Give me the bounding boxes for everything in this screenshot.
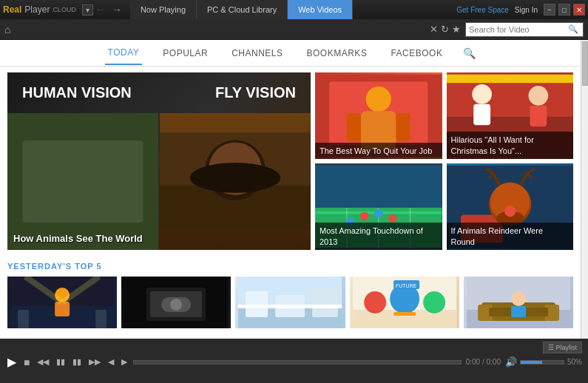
forward-arrow[interactable]: → <box>109 4 124 16</box>
svg-point-4 <box>18 148 56 186</box>
fast-fwd-button[interactable]: ▶ <box>120 357 129 367</box>
progress-bar[interactable] <box>133 360 461 365</box>
svg-rect-2 <box>22 163 67 231</box>
svg-point-5 <box>53 146 83 177</box>
svg-rect-3 <box>83 170 135 231</box>
nav-bookmarks[interactable]: BOOKMARKS <box>304 42 371 64</box>
svg-rect-15 <box>347 113 361 141</box>
featured-label: How Animals See The World <box>13 233 143 244</box>
featured-split <box>7 113 311 250</box>
stop-button[interactable]: ■ <box>22 356 31 368</box>
right-scrollbar[interactable] <box>581 40 588 339</box>
svg-point-19 <box>528 86 548 106</box>
svg-rect-20 <box>530 106 547 127</box>
svg-rect-63 <box>313 288 339 317</box>
logo-area: Real Player CLOUD <box>3 4 76 15</box>
split-right-image <box>160 113 311 250</box>
bookmark-icon[interactable]: ★ <box>452 24 461 35</box>
svg-point-30 <box>360 212 368 220</box>
svg-point-58 <box>170 299 182 311</box>
featured-video[interactable]: HUMAN VISION FLY VISION <box>7 72 311 250</box>
prev-button[interactable]: ◀◀ <box>36 357 50 367</box>
volume-bar[interactable] <box>520 360 564 365</box>
featured-top: HUMAN VISION FLY VISION <box>7 72 311 113</box>
home-icon[interactable]: ⌂ <box>4 24 10 35</box>
svg-rect-22 <box>473 104 490 126</box>
svg-point-31 <box>374 209 382 217</box>
volume-section: 🔊 50% <box>505 356 582 367</box>
svg-rect-16 <box>396 113 410 141</box>
scrollbar-thumb[interactable] <box>582 41 588 86</box>
tab-bar: Now Playing PC & Cloud Library Web Video… <box>130 0 450 19</box>
minimize-button[interactable]: − <box>544 4 555 16</box>
svg-rect-51 <box>95 310 107 328</box>
nav-popular[interactable]: POPULAR <box>160 42 211 64</box>
yday-thumb-5[interactable] <box>464 277 573 328</box>
svg-point-13 <box>366 87 391 112</box>
thumb-quit-job[interactable]: The Best Way To Quit Your Job <box>315 72 442 159</box>
time-display: 0:00 / 0:00 <box>466 358 501 366</box>
get-free-space-link[interactable]: Get Free Space <box>456 6 509 14</box>
content-area: TODAY POPULAR CHANNELS BOOKMARKS FACEBOO… <box>0 40 581 339</box>
play-button[interactable]: ▶ <box>6 355 18 369</box>
search-input[interactable] <box>469 25 565 34</box>
rewind-button[interactable]: ◀ <box>107 357 115 367</box>
sign-in-link[interactable]: Sign In <box>515 6 538 14</box>
refresh-icon[interactable]: ↻ <box>441 24 449 35</box>
svg-point-39 <box>504 206 516 217</box>
thumb-christmas[interactable]: Hilarious "All I Want for Christmas Is Y… <box>447 72 574 159</box>
side-videos: The Best Way To Quit Your Job <box>315 72 573 250</box>
yday-thumb-2[interactable] <box>121 277 231 328</box>
svg-rect-50 <box>18 310 29 328</box>
thumb-christmas-label: Hilarious "All I Want for Christmas Is Y… <box>447 132 574 159</box>
close-button[interactable]: ✕ <box>573 4 585 16</box>
maximize-button[interactable]: □ <box>558 4 570 16</box>
yday-thumb-1[interactable] <box>7 277 117 328</box>
yday-thumb-3[interactable] <box>235 277 345 328</box>
logo-cloud: CLOUD <box>53 6 76 13</box>
nav-today[interactable]: TODAY <box>105 41 143 65</box>
featured-image: HUMAN VISION FLY VISION <box>7 72 311 250</box>
tab-pc-cloud[interactable]: PC & Cloud Library <box>197 0 288 19</box>
thumb-touchdown[interactable]: Most Amazing Touchdown of 2013 <box>315 163 442 250</box>
playlist-button[interactable]: ☰ Playlist <box>543 342 582 353</box>
volume-icon[interactable]: 🔊 <box>505 356 517 367</box>
next-button[interactable]: ▶▶ <box>87 357 102 367</box>
toolbar-icons: ✕ ↻ ★ <box>430 24 461 35</box>
tab-web-videos[interactable]: Web Videos <box>288 0 353 19</box>
title-actions: Get Free Space Sign In <box>456 6 538 14</box>
page-wrapper: TODAY POPULAR CHANNELS BOOKMARKS FACEBOO… <box>0 40 588 339</box>
side-row-top: The Best Way To Quit Your Job <box>315 72 573 159</box>
svg-point-10 <box>190 163 280 193</box>
frame-fwd-button[interactable]: ▮▮ <box>71 357 83 367</box>
svg-text:FUTURE: FUTURE <box>396 283 417 288</box>
toolbar: ⌂ ✕ ↻ ★ 🔍 <box>0 19 588 40</box>
volume-fill <box>521 361 542 364</box>
nav-arrows: ← → <box>93 4 124 16</box>
svg-point-69 <box>423 291 445 313</box>
svg-rect-64 <box>239 305 342 308</box>
content-nav: TODAY POPULAR CHANNELS BOOKMARKS FACEBOO… <box>0 40 581 67</box>
volume-percent: 50% <box>567 358 582 366</box>
svg-point-79 <box>511 291 526 306</box>
svg-rect-61 <box>246 291 268 317</box>
media-controls: ☰ Playlist ▶ ■ ◀◀ ▮▮ ▮▮ ▶▶ ◀ ▶ 0:00 / 0:… <box>0 339 588 383</box>
logo-dropdown[interactable]: ▾ <box>82 4 93 16</box>
nav-channels[interactable]: CHANNELS <box>229 42 285 64</box>
svg-rect-70 <box>393 312 416 316</box>
close-tab-icon[interactable]: ✕ <box>430 24 438 35</box>
main-content: HUMAN VISION FLY VISION <box>0 67 581 339</box>
frame-back-button[interactable]: ▮▮ <box>55 357 67 367</box>
tab-now-playing[interactable]: Now Playing <box>130 0 197 19</box>
content-search-icon[interactable]: 🔍 <box>463 47 476 59</box>
search-box[interactable]: 🔍 <box>465 22 584 37</box>
logo-text: Real <box>3 4 21 15</box>
back-arrow[interactable]: ← <box>93 4 108 16</box>
nav-facebook[interactable]: FACEBOOK <box>388 42 445 64</box>
thumb-touchdown-label: Most Amazing Touchdown of 2013 <box>315 223 442 250</box>
search-icon[interactable]: 🔍 <box>568 24 578 34</box>
yday-thumb-4[interactable]: FUTURE <box>350 277 459 328</box>
video-grid: HUMAN VISION FLY VISION <box>0 67 581 256</box>
thumb-reindeer[interactable]: If Animals Reindeer Were Round <box>447 163 574 250</box>
yesterday-section: YESTERDAY'S TOP 5 <box>0 256 581 334</box>
